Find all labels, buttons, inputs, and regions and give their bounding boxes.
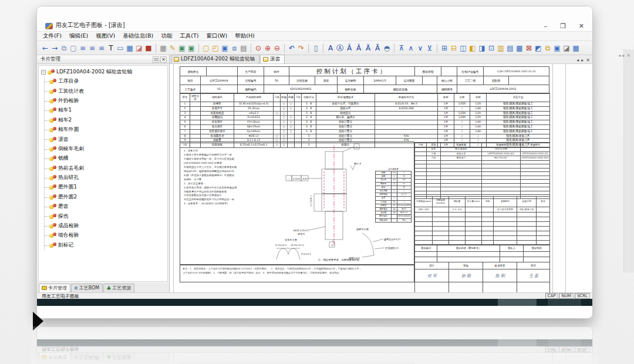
restore-button[interactable]: ❐	[560, 23, 566, 30]
tree-item[interactable]: 磨外圆2	[45, 193, 167, 202]
split-cell-icon[interactable]: ◩	[534, 42, 543, 54]
tree-item[interactable]: 成品检验	[45, 221, 167, 231]
delete-card-icon[interactable]: ◪	[562, 42, 571, 54]
eraser-icon[interactable]: ◪	[134, 42, 144, 54]
expander-icon[interactable]: −	[41, 70, 46, 75]
tree-item[interactable]: 铣槽	[45, 154, 167, 163]
zoom-window-icon[interactable]: ⊙	[254, 42, 263, 54]
play-arrow[interactable]	[33, 312, 43, 331]
border-edit-icon[interactable]: ▩	[515, 42, 524, 54]
card-template-icon[interactable]: ▯	[311, 42, 321, 54]
menu-item[interactable]: 窗口(W)	[206, 32, 227, 40]
image-import-icon[interactable]: ▣	[177, 42, 187, 54]
new-icon[interactable]: ▢	[201, 42, 211, 54]
zoom-out-icon[interactable]: ⊖	[272, 42, 282, 54]
font-icon[interactable]: A	[326, 42, 335, 54]
tree-item[interactable]: 磨齿	[45, 202, 167, 211]
move-down-icon[interactable]: ∨	[416, 42, 425, 54]
save-card-icon[interactable]: ▣	[552, 42, 562, 54]
menu-item[interactable]: 帮助(H)	[235, 32, 255, 40]
note-line: 4)按《滚齿加工参数及检验规程卡》中参数设	[184, 174, 269, 178]
doc-tab-0[interactable]: LDFZ100A04-2002 蜗轮齿轮轴	[171, 55, 259, 63]
forward-icon[interactable]: →	[50, 42, 59, 54]
insert-col-left-icon[interactable]: ◧	[468, 42, 477, 54]
insert-col-right-icon[interactable]: ◨	[477, 42, 487, 54]
circled-font-icon[interactable]: Ⓐ	[335, 42, 345, 54]
tree-item[interactable]: 精车1	[45, 106, 167, 115]
table-props-icon[interactable]: ▤	[505, 42, 515, 54]
merge-cells-icon[interactable]: ◫	[458, 42, 468, 54]
tree-item[interactable]: 啮合检验	[45, 231, 167, 240]
card-grid-icon[interactable]: ▦	[571, 42, 581, 54]
tab-nav-next-icon[interactable]: ▸	[581, 58, 584, 63]
tree-item[interactable]: 外协检验	[45, 96, 167, 106]
signature-value: 王 磊	[517, 269, 550, 283]
draw-pencil-icon[interactable]: ✎	[168, 42, 177, 54]
font-base-icon[interactable]: Ā	[373, 42, 382, 54]
row-props-icon[interactable]: ▥	[496, 42, 505, 54]
card-select-icon[interactable]: ▢	[69, 42, 78, 54]
align-bottom-icon[interactable]: ≡	[97, 42, 106, 54]
image-frame-icon[interactable]: ▦	[125, 42, 134, 54]
print-icon[interactable]: ▤	[239, 42, 248, 54]
grid-icon[interactable]: ▦	[158, 42, 168, 54]
redo-icon[interactable]: ↷	[296, 42, 306, 54]
text-icon[interactable]: T	[106, 42, 116, 54]
save-icon[interactable]: ▣	[220, 42, 230, 54]
insert-row-icon[interactable]: ⊞	[440, 42, 449, 54]
move-up-icon[interactable]: ∧	[406, 42, 416, 54]
save-all-icon[interactable]: ⧈	[230, 42, 239, 54]
align-middle-icon[interactable]: ≡	[87, 42, 97, 54]
gear-row: 齿顶圆daΦ28.12	[376, 211, 412, 215]
close-panel-icon[interactable]: ✕	[160, 56, 167, 63]
col-header: 切入量(mm)	[466, 197, 482, 207]
document-canvas[interactable]: 承制单位生产阶段样件控制计划（工序卡）图纸类型控制计划编号12JH.LDFZ10…	[170, 64, 592, 292]
menu-item[interactable]: 基础信息(B)	[123, 32, 153, 40]
pin-icon[interactable]: ⊡	[153, 56, 159, 63]
menu-item[interactable]: 工具(T)	[180, 32, 198, 40]
menu-item[interactable]: 视图(V)	[96, 32, 115, 40]
tree-item[interactable]: 工装统计表	[45, 86, 167, 96]
align-top-icon[interactable]: ≡	[78, 42, 87, 54]
font-down-icon[interactable]: Ǎ	[354, 42, 363, 54]
copy-card-icon[interactable]: ⧉	[543, 42, 552, 54]
delete-cell-icon[interactable]: ⊠	[524, 42, 534, 54]
sidebar-tab-2[interactable]: ♣工艺资源	[103, 284, 134, 292]
back-icon[interactable]: ←	[41, 42, 50, 54]
move-top-icon[interactable]: ⊼	[397, 42, 406, 54]
doc-tab-1[interactable]: 滚齿	[260, 55, 285, 63]
stamp-icon[interactable]: ■	[144, 42, 153, 54]
tab-nav-prev-icon[interactable]: ◂	[576, 58, 579, 63]
comment-icon[interactable]: ◓	[382, 42, 392, 54]
tree-item[interactable]: 热前去毛刺	[45, 164, 167, 173]
menu-item[interactable]: 编辑(E)	[69, 32, 88, 40]
font-up-icon[interactable]: Â	[345, 42, 354, 54]
sidebar-tab-0[interactable]: 卡片管理	[39, 284, 70, 292]
tree-item[interactable]: 倒棱车毛刺	[45, 144, 167, 154]
move-bottom-icon[interactable]: ⊻	[425, 42, 434, 54]
sidebar-tab-1[interactable]: ≣工艺BOM	[71, 284, 103, 292]
menu-item[interactable]: 文件(F)	[43, 32, 62, 40]
tree-item[interactable]: 滚齿	[45, 134, 167, 144]
menu-item[interactable]: 功能	[161, 32, 172, 40]
tree-item[interactable]: 刻标记	[45, 241, 167, 250]
font-style-icon[interactable]: Ä	[363, 42, 373, 54]
tree-item[interactable]: 精车外圆	[45, 125, 167, 134]
tree-item[interactable]: 热后研孔	[45, 173, 167, 183]
close-button[interactable]: ✕	[579, 23, 584, 30]
open-icon[interactable]: ◰	[211, 42, 220, 54]
card-ref-icon[interactable]: ⧉	[59, 42, 69, 54]
minimize-button[interactable]: –	[544, 23, 547, 30]
textbox-icon[interactable]: ▭	[116, 42, 125, 54]
tree-item[interactable]: 磨外圆1	[45, 183, 167, 192]
tree-item[interactable]: 精车2	[45, 116, 167, 125]
tree-item[interactable]: 工序目录	[45, 77, 167, 86]
tree-root[interactable]: − LDFZ100A04-2002 蜗轮齿轮轴	[41, 68, 167, 77]
undo-icon[interactable]: ↶	[287, 42, 296, 54]
cell-props-icon[interactable]: ⊡	[487, 42, 496, 54]
zoom-in-icon[interactable]: ⊕	[263, 42, 272, 54]
delete-row-icon[interactable]: ⊟	[449, 42, 458, 54]
image-export-icon[interactable]: ▣	[187, 42, 196, 54]
tab-nav-close-icon[interactable]: ✕	[586, 58, 590, 63]
tree-item[interactable]: 探伤	[45, 211, 167, 221]
